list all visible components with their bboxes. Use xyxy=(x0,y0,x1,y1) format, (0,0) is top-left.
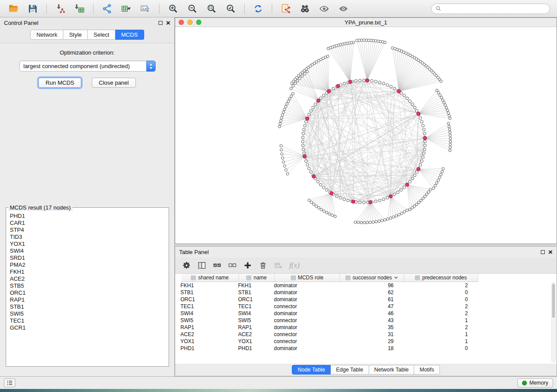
mcds-result-item[interactable]: ACE2 xyxy=(10,275,169,282)
zoom-in-button[interactable] xyxy=(164,2,182,16)
zoom-selected-button[interactable] xyxy=(221,2,240,16)
column-header-successor-nodes[interactable]: successor nodes xyxy=(340,274,404,282)
column-header-predecessor-nodes[interactable]: predecessor nodes xyxy=(404,274,478,282)
cell-predecessor_nodes: 2 xyxy=(398,282,472,289)
list-icon xyxy=(7,380,13,385)
column-header-shared-name[interactable]: shared name xyxy=(181,274,239,282)
zoom-out-icon xyxy=(187,3,197,14)
table-row[interactable]: PHD1PHD1dominator180 xyxy=(175,345,557,352)
table-row[interactable]: FKH1FKH1dominator962 xyxy=(175,282,557,289)
search-all-button[interactable] xyxy=(296,2,314,16)
mcds-result-item[interactable]: FKH1 xyxy=(10,268,169,275)
tab-style[interactable]: Style xyxy=(63,30,88,40)
window-close-icon[interactable] xyxy=(179,20,184,25)
mcds-result-item[interactable]: PHD1 xyxy=(10,213,169,220)
network-graph[interactable] xyxy=(175,27,554,243)
global-search-box[interactable] xyxy=(431,3,550,14)
new-network-button[interactable] xyxy=(98,2,116,16)
column-label: MCDS role xyxy=(298,275,324,281)
import-table-button[interactable] xyxy=(70,2,89,16)
scrollbar-thumb[interactable] xyxy=(552,284,555,318)
column-type-icon xyxy=(191,275,196,280)
run-mcds-button[interactable]: Run MCDS xyxy=(38,78,81,88)
table-tab-motifs[interactable]: Motifs xyxy=(414,365,439,375)
window-minimize-icon[interactable] xyxy=(187,20,193,25)
table-row[interactable]: YOX1YOX1connector291 xyxy=(175,338,557,345)
tab-network[interactable]: Network xyxy=(30,30,63,40)
column-header-MCDS-role[interactable]: MCDS role xyxy=(275,274,340,282)
mcds-result-item[interactable]: SWI4 xyxy=(10,248,169,254)
table-row[interactable]: RAP1RAP1dominator352 xyxy=(175,324,557,331)
cell-predecessor_nodes: 2 xyxy=(398,310,472,316)
table-toolbar: f(x) xyxy=(175,258,557,273)
mcds-result-item[interactable]: STB1 xyxy=(10,303,169,310)
export-image-button[interactable] xyxy=(136,2,155,16)
table-row[interactable]: ACE2ACE2connector311 xyxy=(175,331,557,338)
memory-button[interactable]: Memory xyxy=(517,378,553,388)
show-columns-button[interactable] xyxy=(197,261,206,270)
apply-layout-button[interactable] xyxy=(249,2,267,16)
mcds-result-item[interactable]: PMA2 xyxy=(10,261,169,268)
copy-style-button[interactable] xyxy=(277,2,295,16)
selected-criterion: largest connected component (undirected) xyxy=(24,63,130,69)
mcds-result-item[interactable]: TID3 xyxy=(10,234,169,241)
table-settings-button[interactable] xyxy=(182,261,191,270)
close-panel-button[interactable]: Close panel xyxy=(92,78,136,88)
search-input[interactable] xyxy=(444,6,546,12)
zoom-fit-button[interactable] xyxy=(202,2,221,16)
tab-mcds[interactable]: MCDS xyxy=(115,30,144,40)
task-history-button[interactable] xyxy=(4,378,15,387)
table-row[interactable]: SWI4SWI4dominator462 xyxy=(175,310,557,317)
save-session-button[interactable] xyxy=(24,2,42,16)
cell-shared_name: YOX1 xyxy=(175,338,233,344)
delete-columns-button[interactable] xyxy=(259,261,267,270)
export-table-button[interactable] xyxy=(117,2,135,16)
mcds-result-item[interactable]: SRD1 xyxy=(10,254,169,261)
delete-table-button[interactable] xyxy=(274,261,283,270)
cell-shared_name: RAP1 xyxy=(175,324,233,330)
tab-select[interactable]: Select xyxy=(88,30,115,40)
mcds-result-item[interactable]: RAP1 xyxy=(10,296,169,303)
mcds-result-item[interactable]: TEC1 xyxy=(10,317,169,324)
table-scrollbar[interactable] xyxy=(551,282,556,362)
columns-icon xyxy=(197,261,206,270)
table-row[interactable]: SWI5SWI5connector431 xyxy=(175,317,557,324)
mcds-result-item[interactable]: SWI5 xyxy=(10,310,169,317)
cell-shared_name: ACE2 xyxy=(175,331,233,337)
mcds-result-title: MCDS result (17 nodes) xyxy=(8,204,73,211)
table-tab-node-table[interactable]: Node Table xyxy=(292,365,331,375)
mcds-result-item[interactable]: CAR1 xyxy=(10,220,169,227)
table-tab-edge-table[interactable]: Edge Table xyxy=(331,365,369,375)
cell-successor_nodes: 46 xyxy=(334,310,398,316)
column-label: shared name xyxy=(198,275,228,281)
mcds-result-item[interactable]: ORC1 xyxy=(10,289,169,296)
column-header-name[interactable]: name xyxy=(239,274,275,282)
table-row[interactable]: STB1STB1dominator620 xyxy=(175,289,557,296)
plus-icon xyxy=(243,261,252,270)
network-canvas[interactable] xyxy=(175,27,557,244)
mcds-result-item[interactable]: STP4 xyxy=(10,227,169,234)
mcds-result-item[interactable]: STB5 xyxy=(10,282,169,289)
close-panel-icon[interactable]: × xyxy=(166,20,170,26)
optimization-criterion-select[interactable]: largest connected component (undirected) xyxy=(19,61,156,72)
import-network-button[interactable] xyxy=(51,2,69,16)
unselect-all-columns-button[interactable] xyxy=(228,261,237,270)
float-panel-icon[interactable] xyxy=(541,250,545,254)
network-view-window: YPA_prune.txt_1 xyxy=(175,17,557,244)
table-row[interactable]: TEC1TEC1connector472 xyxy=(175,303,557,310)
table-tab-network-table[interactable]: Network Table xyxy=(369,365,415,375)
show-graphics-details-button[interactable] xyxy=(334,2,353,16)
node-table: shared namenameMCDS rolesuccessor nodesp… xyxy=(175,273,557,364)
annotation-mode-button[interactable] xyxy=(315,2,333,16)
float-panel-icon[interactable] xyxy=(159,21,163,25)
close-panel-icon[interactable]: × xyxy=(548,249,553,255)
zoom-out-button[interactable] xyxy=(183,2,201,16)
window-maximize-icon[interactable] xyxy=(196,20,201,25)
select-all-columns-button[interactable] xyxy=(213,261,221,270)
open-file-button[interactable] xyxy=(4,2,23,16)
table-row[interactable]: ORC1ORC1dominator610 xyxy=(175,296,557,303)
create-column-button[interactable] xyxy=(243,261,252,270)
mcds-result-item[interactable]: GCR1 xyxy=(10,324,169,331)
mcds-result-item[interactable]: YOX1 xyxy=(10,241,169,248)
function-builder-button[interactable]: f(x) xyxy=(289,261,300,270)
